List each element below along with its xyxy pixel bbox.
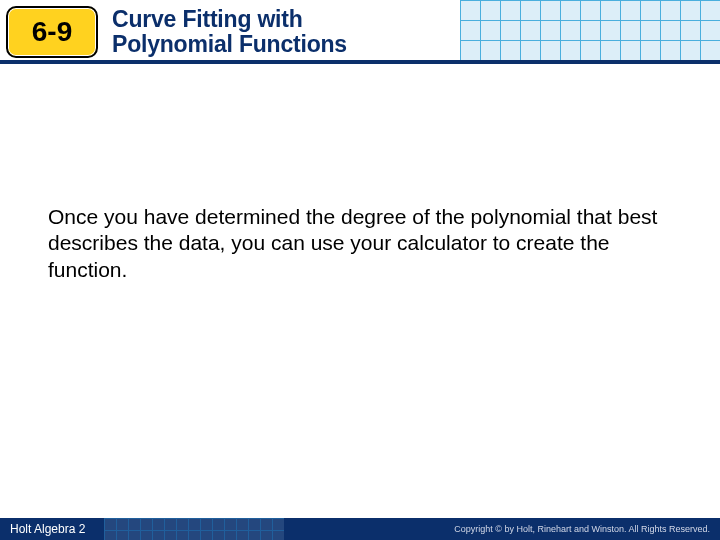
- slide-header: 6-9 Curve Fitting with Polynomial Functi…: [0, 0, 720, 64]
- header-grid-decoration: [460, 0, 720, 64]
- slide-title-line1: Curve Fitting with: [112, 7, 347, 32]
- footer-book-title: Holt Algebra 2: [10, 522, 85, 536]
- footer-grid-decoration: [104, 518, 284, 540]
- slide-footer: Holt Algebra 2 Copyright © by Holt, Rine…: [0, 518, 720, 540]
- header-underline: [0, 60, 720, 64]
- section-number: 6-9: [32, 16, 72, 48]
- body-paragraph: Once you have determined the degree of t…: [48, 204, 672, 283]
- slide-title-line2: Polynomial Functions: [112, 32, 347, 57]
- slide-title: Curve Fitting with Polynomial Functions: [112, 7, 347, 57]
- section-number-badge: 6-9: [6, 6, 98, 58]
- slide: 6-9 Curve Fitting with Polynomial Functi…: [0, 0, 720, 540]
- slide-body: Once you have determined the degree of t…: [0, 64, 720, 283]
- footer-copyright: Copyright © by Holt, Rinehart and Winsto…: [454, 524, 710, 534]
